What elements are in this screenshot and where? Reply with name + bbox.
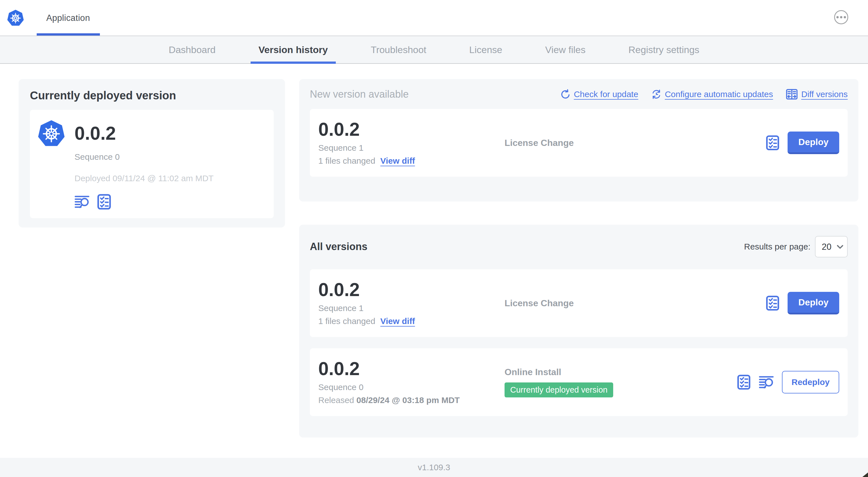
view-logs-icon — [74, 195, 90, 209]
subnav: Dashboard Version history Troubleshoot L… — [0, 36, 868, 64]
row-sequence: Sequence 0 — [318, 383, 504, 392]
view-logs-button[interactable] — [74, 195, 90, 209]
preflight-checks-button[interactable] — [97, 194, 111, 210]
more-options-button[interactable] — [834, 10, 848, 24]
preflight-checks-icon — [766, 296, 780, 311]
check-for-update-link[interactable]: Check for update — [560, 89, 638, 99]
files-changed-text: 1 files changed — [318, 156, 375, 166]
preflight-checks-button[interactable] — [737, 375, 751, 390]
results-per-page-label: Results per page: — [744, 242, 810, 251]
row-version-number: 0.0.2 — [318, 280, 504, 299]
app-tab[interactable]: Application — [37, 0, 100, 35]
deploy-button[interactable]: Deploy — [787, 292, 839, 315]
console-version: v1.109.3 — [417, 463, 450, 472]
new-version-section: New version available Check for update C… — [299, 79, 859, 202]
diff-versions-icon — [786, 89, 798, 100]
preflight-checks-icon — [97, 194, 111, 210]
currently-deployed-badge: Currently deployed version — [504, 383, 613, 397]
preflight-checks-button[interactable] — [766, 296, 780, 311]
currently-deployed-card: 0.0.2 Sequence 0 Deployed 09/11/24 @ 11:… — [30, 110, 274, 218]
preflight-checks-icon — [737, 375, 751, 390]
current-deployed-timestamp: Deployed 09/11/24 @ 11:02 am MDT — [74, 174, 265, 183]
results-per-page-select[interactable]: 20 — [815, 236, 848, 258]
preflight-checks-icon — [766, 135, 780, 150]
app-footer: v1.109.3 — [0, 458, 868, 477]
version-source-label: Online Install — [504, 367, 561, 377]
tab-version-history[interactable]: Version history — [251, 36, 336, 63]
version-row: 0.0.2 Sequence 1 1 files changed View di… — [310, 269, 848, 337]
tab-view-files[interactable]: View files — [537, 36, 593, 63]
kubernetes-app-icon — [37, 118, 65, 148]
app-title: Application — [46, 13, 90, 23]
tab-license[interactable]: License — [461, 36, 510, 63]
current-sequence: Sequence 0 — [74, 152, 265, 162]
schedule-update-icon — [651, 89, 661, 99]
app-header: Application — [0, 0, 868, 36]
row-sequence: Sequence 1 — [318, 143, 504, 153]
row-sequence: Sequence 1 — [318, 303, 504, 313]
version-row: 0.0.2 Sequence 0 Released 08/29/24 @ 03:… — [310, 348, 848, 416]
redeploy-button[interactable]: Redeploy — [782, 371, 839, 393]
row-version-number: 0.0.2 — [318, 359, 504, 378]
version-source-label: License Change — [504, 138, 574, 148]
kubernetes-logo-icon — [7, 8, 24, 27]
files-changed-text: 1 files changed — [318, 317, 375, 326]
new-version-heading: New version available — [310, 88, 409, 100]
refresh-icon — [560, 89, 570, 99]
deploy-button[interactable]: Deploy — [787, 131, 839, 154]
view-logs-button[interactable] — [759, 376, 774, 389]
diff-versions-link[interactable]: Diff versions — [786, 89, 848, 100]
results-per-page-select-wrap: 20 — [815, 236, 848, 258]
all-versions-section: All versions Results per page: 20 0.0.2 … — [299, 225, 859, 438]
version-source-label: License Change — [504, 298, 574, 308]
configure-automatic-updates-link[interactable]: Configure automatic updates — [651, 89, 773, 99]
row-released-timestamp: Released 08/29/24 @ 03:18 pm MDT — [318, 395, 504, 405]
active-app-underline — [37, 33, 100, 35]
new-version-row: 0.0.2 Sequence 1 1 files changed View di… — [310, 109, 848, 177]
view-logs-icon — [759, 376, 774, 389]
preflight-checks-button[interactable] — [766, 135, 780, 150]
view-diff-link[interactable]: View diff — [380, 156, 415, 166]
tab-dashboard[interactable]: Dashboard — [161, 36, 223, 63]
tab-registry-settings[interactable]: Registry settings — [621, 36, 707, 63]
current-version-number: 0.0.2 — [74, 124, 116, 143]
row-version-number: 0.0.2 — [318, 120, 504, 139]
ellipsis-icon — [836, 16, 839, 18]
view-diff-link[interactable]: View diff — [380, 317, 415, 326]
currently-deployed-title: Currently deployed version — [30, 89, 274, 102]
currently-deployed-panel: Currently deployed version 0.0.2 Sequenc… — [19, 79, 285, 228]
tab-troubleshoot[interactable]: Troubleshoot — [363, 36, 434, 63]
all-versions-title: All versions — [310, 241, 367, 252]
